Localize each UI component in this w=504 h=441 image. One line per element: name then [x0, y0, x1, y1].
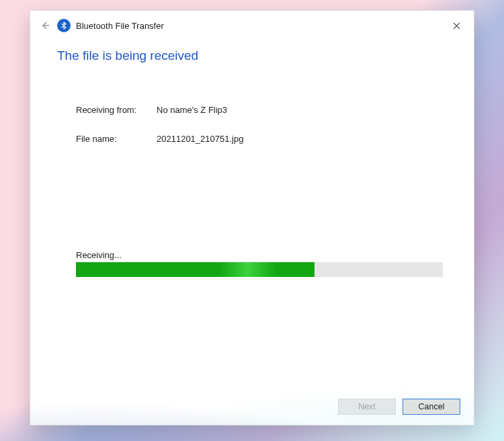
file-value: 20211201_210751.jpg	[157, 134, 243, 144]
cancel-button[interactable]: Cancel	[403, 399, 460, 415]
file-label: File name:	[76, 134, 157, 144]
next-button: Next	[338, 399, 396, 415]
close-icon	[453, 22, 460, 30]
from-label: Receiving from:	[76, 105, 157, 115]
page-heading: The file is being received	[57, 48, 447, 63]
from-value: No name's Z Flip3	[157, 105, 227, 115]
back-button[interactable]	[36, 16, 54, 35]
close-button[interactable]	[444, 16, 468, 35]
progress-bar	[76, 262, 443, 277]
bluetooth-file-transfer-window: Bluetooth File Transfer The file is bein…	[30, 10, 474, 426]
window-title: Bluetooth File Transfer	[76, 21, 164, 31]
progress-fill	[76, 262, 314, 277]
dialog-footer: Next Cancel	[30, 389, 474, 425]
progress-label: Receiving...	[76, 250, 443, 260]
back-arrow-icon	[40, 20, 50, 31]
transfer-details: Receiving from: No name's Z Flip3 File n…	[76, 105, 447, 163]
bluetooth-icon	[57, 19, 71, 32]
titlebar: Bluetooth File Transfer	[30, 11, 474, 40]
